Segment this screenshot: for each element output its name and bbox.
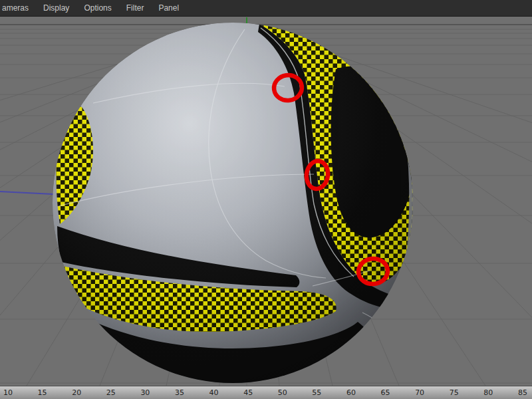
menu-display[interactable]: Display — [36, 0, 76, 16]
ruler-tick: 20 — [72, 386, 81, 399]
ruler-tick: 70 — [415, 386, 424, 399]
menu-panel[interactable]: Panel — [151, 0, 186, 16]
ruler-tick: 10 — [3, 386, 13, 399]
ruler-tick: 35 — [175, 386, 184, 399]
ruler-tick: 60 — [346, 386, 356, 399]
menu-bar: ameras Display Options Filter Panel — [0, 0, 532, 17]
viewport-canvas[interactable] — [0, 16, 532, 386]
ruler-tick: 55 — [312, 386, 321, 399]
menu-cameras[interactable]: ameras — [0, 0, 36, 16]
ruler-tick: 65 — [381, 386, 390, 399]
soccer-ball-model[interactable] — [53, 23, 424, 386]
ruler-tick: 75 — [450, 386, 459, 399]
ruler-tick: 80 — [483, 386, 493, 399]
viewport[interactable] — [0, 16, 532, 386]
menu-filter[interactable]: Filter — [119, 0, 152, 16]
ball-shading — [53, 23, 413, 383]
ruler-tick: 25 — [106, 386, 116, 399]
ruler-tick: 40 — [209, 386, 219, 399]
ruler-tick: 15 — [38, 386, 47, 399]
ruler-tick: 85 — [518, 386, 527, 399]
ruler-tick: 50 — [278, 386, 287, 399]
menu-options[interactable]: Options — [76, 0, 118, 16]
ruler-tick: 30 — [140, 386, 150, 399]
timeline-ruler[interactable]: 10 15 20 25 30 35 40 45 50 55 60 65 70 7… — [0, 386, 532, 399]
ruler-tick: 45 — [243, 386, 253, 399]
z-axis-line — [0, 192, 53, 194]
